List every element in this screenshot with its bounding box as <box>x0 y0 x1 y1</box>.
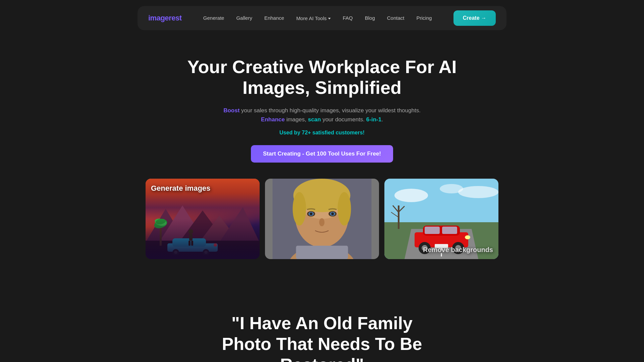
card3-label: Remove backgrounds <box>418 241 498 259</box>
nav-generate[interactable]: Generate <box>203 15 224 21</box>
testimonial-title: "I Have An Old Family Photo That Needs T… <box>205 313 439 362</box>
testimonial-section: "I Have An Old Family Photo That Needs T… <box>0 299 644 362</box>
svg-marker-3 <box>199 216 239 242</box>
hero-title: Your Creative Workplace For AI Images, S… <box>171 56 473 98</box>
navbar: imagerest Generate Gallery Enhance More … <box>138 6 506 30</box>
nav-gallery[interactable]: Gallery <box>236 15 252 21</box>
card1-mountains-svg <box>146 202 260 242</box>
showcase-card-portrait[interactable] <box>265 179 379 259</box>
showcase-card-generate[interactable]: Generate images <box>146 179 260 259</box>
logo: imagerest <box>148 14 181 22</box>
svg-rect-5 <box>160 222 162 246</box>
card1-ground <box>146 241 260 259</box>
nav-pricing[interactable]: Pricing <box>416 15 432 21</box>
cta-button[interactable]: Start Creating - Get 100 Tool Uses For F… <box>251 145 393 163</box>
card1-person-svg <box>186 229 196 246</box>
svg-rect-9 <box>167 243 218 252</box>
create-button-label: Create → <box>463 15 486 21</box>
svg-point-36 <box>394 189 428 202</box>
svg-point-15 <box>214 243 217 247</box>
boost-text: Boost <box>223 107 239 114</box>
logo-text-before: image <box>148 14 169 22</box>
nav-blog[interactable]: Blog <box>365 15 375 21</box>
svg-point-31 <box>310 213 313 215</box>
create-button[interactable]: Create → <box>453 10 496 26</box>
svg-point-7 <box>154 217 167 227</box>
svg-point-38 <box>440 184 463 193</box>
nav-faq[interactable]: FAQ <box>343 15 353 21</box>
svg-point-54 <box>465 235 470 239</box>
card2-background <box>265 179 379 259</box>
showcase-section: Generate images <box>7 179 637 259</box>
svg-rect-48 <box>425 227 440 234</box>
card1-car-svg <box>166 235 219 255</box>
svg-point-11 <box>172 249 179 255</box>
nav-more-ai-tools[interactable]: More AI Tools <box>296 15 331 21</box>
customers-count: 72+ <box>302 130 311 135</box>
cta-button-label: Start Creating - Get 100 Tool Uses For F… <box>263 150 381 157</box>
card1-palm-svg <box>152 212 169 246</box>
hero-subtitle: Boost your sales through high-quality im… <box>211 106 433 124</box>
svg-point-13 <box>203 249 209 255</box>
svg-point-37 <box>458 186 498 198</box>
svg-point-16 <box>189 229 193 234</box>
svg-rect-18 <box>189 241 191 246</box>
nav-contact[interactable]: Contact <box>387 15 405 21</box>
subtitle-main1: your sales through high-quality images, … <box>239 107 421 114</box>
card2-face-svg <box>265 179 379 259</box>
nav-more-ai-tools-label: More AI Tools <box>296 15 327 21</box>
logo-text-after: rest <box>169 14 181 22</box>
card1-label: Generate images <box>146 179 216 198</box>
subtitle-end: . <box>381 116 383 123</box>
nav-links: Generate Gallery Enhance More AI Tools F… <box>203 15 432 21</box>
svg-point-12 <box>174 251 177 254</box>
nav-enhance[interactable]: Enhance <box>264 15 284 21</box>
svg-marker-4 <box>219 207 260 242</box>
svg-point-8 <box>155 218 166 225</box>
subtitle-main2: images, <box>285 116 308 123</box>
svg-point-14 <box>204 251 208 254</box>
svg-point-29 <box>338 192 351 226</box>
svg-point-6 <box>153 218 168 230</box>
svg-rect-10 <box>172 238 206 247</box>
hero-customers: Used by 72+ satisfied customers! <box>7 130 637 136</box>
chevron-down-icon <box>328 18 331 19</box>
svg-point-28 <box>293 192 306 226</box>
svg-rect-19 <box>191 241 193 246</box>
subtitle-main3: your documents. <box>321 116 366 123</box>
svg-point-26 <box>319 218 325 226</box>
svg-point-33 <box>331 213 334 215</box>
scan-text: scan <box>308 116 321 123</box>
customers-prefix: Used by <box>279 130 302 135</box>
hero-section: Your Creative Workplace For AI Images, S… <box>0 36 644 299</box>
enhance-text: Enhance <box>261 116 285 123</box>
svg-rect-17 <box>189 234 193 241</box>
customers-suffix: satisfied customers! <box>311 130 365 135</box>
svg-rect-34 <box>296 246 348 259</box>
svg-rect-49 <box>442 227 457 234</box>
showcase-card-bg-remove[interactable]: Remove backgrounds <box>384 179 498 259</box>
six-in-one-text: 6-in-1 <box>366 116 381 123</box>
